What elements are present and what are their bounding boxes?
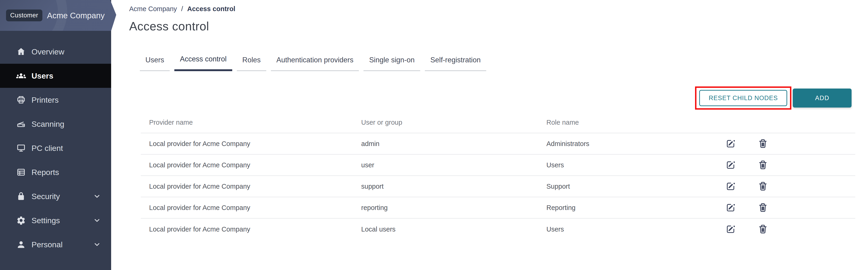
trash-icon xyxy=(757,181,768,192)
monitor-icon xyxy=(16,143,26,153)
edit-icon xyxy=(725,202,736,213)
scanner-icon xyxy=(16,119,26,129)
table-row: Local provider for Acme CompanyuserUsers xyxy=(141,155,855,176)
cell-provider-name: Local provider for Acme Company xyxy=(141,204,361,212)
customer-badge: Customer xyxy=(6,9,42,21)
users-icon xyxy=(16,71,26,81)
chevron-down-icon xyxy=(93,241,101,248)
lock-icon xyxy=(16,191,26,201)
table-row: Local provider for Acme CompanysupportSu… xyxy=(141,176,855,197)
tab-users[interactable]: Users xyxy=(140,55,170,71)
cell-provider-name: Local provider for Acme Company xyxy=(141,225,361,233)
customer-header: Customer Acme Company xyxy=(0,0,116,31)
table-row: Local provider for Acme Companyreporting… xyxy=(141,197,855,219)
gear-icon xyxy=(16,216,26,225)
table-header-row: Provider nameUser or groupRole name xyxy=(141,112,855,133)
chevron-down-icon xyxy=(93,192,101,200)
sidebar-item-label: Personal xyxy=(31,240,63,249)
app-window: Customer Acme Company OverviewUsersPrint… xyxy=(0,0,868,270)
sidebar-item-printers[interactable]: Printers xyxy=(0,88,111,112)
access-control-table: Provider nameUser or groupRole nameLocal… xyxy=(141,112,855,240)
breadcrumb-separator: / xyxy=(181,5,183,12)
edit-icon xyxy=(725,138,736,149)
cell-provider-name: Local provider for Acme Company xyxy=(141,161,361,169)
sidebar-item-reports[interactable]: Reports xyxy=(0,160,111,184)
tab-authentication-providers[interactable]: Authentication providers xyxy=(271,55,359,71)
cell-role-name: Reporting xyxy=(538,204,712,212)
customer-name: Acme Company xyxy=(47,11,105,20)
tab-single-sign-on[interactable]: Single sign-on xyxy=(364,55,420,71)
chevron-down-icon xyxy=(93,216,101,224)
edit-button[interactable] xyxy=(725,224,736,235)
edit-button[interactable] xyxy=(725,138,736,149)
sidebar-item-personal[interactable]: Personal xyxy=(0,233,111,256)
row-actions xyxy=(712,160,855,170)
sidebar-item-overview[interactable]: Overview xyxy=(0,39,111,64)
sidebar-item-users[interactable]: Users xyxy=(0,64,111,88)
sidebar-item-scanning[interactable]: Scanning xyxy=(0,112,111,136)
cell-user-or-group: Local users xyxy=(361,225,538,233)
tab-roles[interactable]: Roles xyxy=(237,55,266,71)
cell-role-name: Administrators xyxy=(538,140,712,147)
cell-user-or-group: support xyxy=(361,183,538,190)
edit-icon xyxy=(725,224,736,235)
cell-role-name: Users xyxy=(538,225,712,233)
column-header-provider-name: Provider name xyxy=(141,119,361,126)
cell-provider-name: Local provider for Acme Company xyxy=(141,140,361,147)
annotation-highlight-box: RESET CHILD NODES xyxy=(695,86,792,110)
column-header-role-name: Role name xyxy=(538,119,712,126)
row-actions xyxy=(712,138,855,149)
row-actions xyxy=(712,224,855,235)
edit-icon xyxy=(725,160,736,170)
sidebar-item-pc-client[interactable]: PC client xyxy=(0,136,111,160)
edit-button[interactable] xyxy=(725,202,736,213)
trash-icon xyxy=(757,224,768,235)
delete-button[interactable] xyxy=(757,160,768,170)
trash-icon xyxy=(757,138,768,149)
table-row: Local provider for Acme CompanyadminAdmi… xyxy=(141,133,855,155)
sidebar-item-label: Printers xyxy=(31,96,59,105)
tab-access-control[interactable]: Access control xyxy=(174,54,232,71)
breadcrumb-parent[interactable]: Acme Company xyxy=(129,5,177,12)
cell-user-or-group: reporting xyxy=(361,204,538,212)
column-header-user-or-group: User or group xyxy=(361,119,538,126)
main-content: Acme Company / Access control Access con… xyxy=(111,0,868,270)
cell-user-or-group: admin xyxy=(361,140,538,147)
sidebar-item-security[interactable]: Security xyxy=(0,184,111,208)
table-row: Local provider for Acme CompanyLocal use… xyxy=(141,219,855,240)
delete-button[interactable] xyxy=(757,224,768,235)
cell-role-name: Users xyxy=(538,161,712,169)
home-icon xyxy=(16,47,26,57)
person-icon xyxy=(16,240,26,249)
page-title: Access control xyxy=(129,19,855,33)
delete-button[interactable] xyxy=(757,181,768,192)
tab-bar: UsersAccess controlRolesAuthentication p… xyxy=(140,54,855,71)
edit-icon xyxy=(725,181,736,192)
row-actions xyxy=(712,181,855,192)
printer-icon xyxy=(16,95,26,105)
breadcrumb-current: Access control xyxy=(187,5,236,12)
sidebar-item-settings[interactable]: Settings xyxy=(0,208,111,233)
edit-button[interactable] xyxy=(725,181,736,192)
cell-role-name: Support xyxy=(538,183,712,190)
sidebar-item-label: Scanning xyxy=(31,119,64,129)
sidebar: Customer Acme Company OverviewUsersPrint… xyxy=(0,0,111,270)
sidebar-item-label: Users xyxy=(31,72,54,80)
add-button[interactable]: ADD xyxy=(793,88,851,108)
cell-provider-name: Local provider for Acme Company xyxy=(141,183,361,190)
sidebar-item-label: Security xyxy=(31,192,60,201)
toolbar: RESET CHILD NODES ADD xyxy=(129,86,855,110)
reports-icon xyxy=(16,167,26,177)
trash-icon xyxy=(757,160,768,170)
delete-button[interactable] xyxy=(757,202,768,213)
sidebar-nav: OverviewUsersPrintersScanningPC clientRe… xyxy=(0,31,111,256)
delete-button[interactable] xyxy=(757,138,768,149)
sidebar-item-label: Overview xyxy=(31,47,64,56)
reset-child-nodes-button[interactable]: RESET CHILD NODES xyxy=(699,90,787,106)
row-actions xyxy=(712,202,855,213)
edit-button[interactable] xyxy=(725,160,736,170)
sidebar-item-label: Settings xyxy=(31,216,60,225)
sidebar-item-label: PC client xyxy=(31,144,63,153)
trash-icon xyxy=(757,202,768,213)
tab-self-registration[interactable]: Self-registration xyxy=(425,55,486,71)
